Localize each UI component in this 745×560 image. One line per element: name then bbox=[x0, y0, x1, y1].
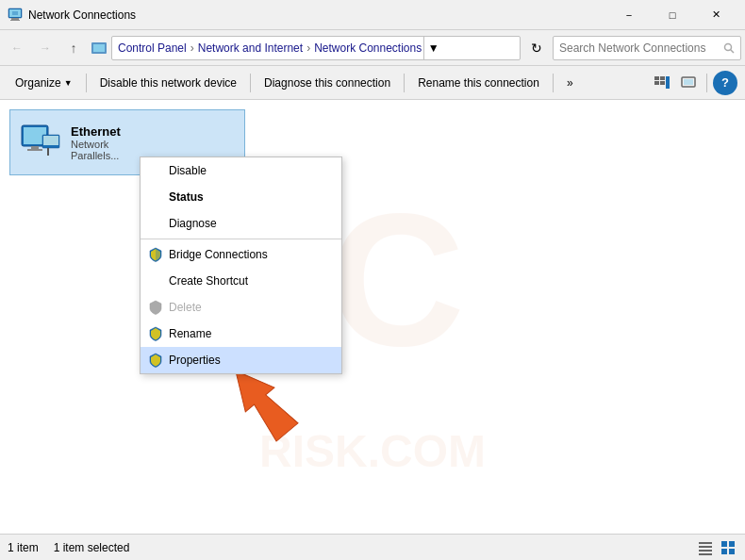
svg-rect-19 bbox=[31, 146, 39, 149]
address-bar: ← → ↑ Control Panel › Network and Intern… bbox=[0, 30, 745, 66]
shield-icon-properties bbox=[148, 353, 163, 368]
svg-rect-30 bbox=[729, 541, 735, 547]
svg-rect-20 bbox=[27, 149, 42, 151]
close-button[interactable]: ✕ bbox=[694, 0, 737, 30]
svg-rect-28 bbox=[699, 553, 712, 555]
shield-icon-bridge bbox=[148, 247, 163, 262]
list-view-icon bbox=[698, 540, 713, 555]
network-name: Ethernet bbox=[71, 124, 121, 139]
svg-rect-32 bbox=[729, 549, 735, 554]
ctx-properties[interactable]: Properties bbox=[141, 347, 341, 373]
svg-rect-2 bbox=[10, 20, 20, 21]
toolbar-separator-5 bbox=[706, 74, 707, 92]
breadcrumb-network-connections[interactable]: Network Connections bbox=[314, 41, 422, 55]
main-content: PC RISK.COM Ethernet Network Parallels..… bbox=[0, 100, 745, 534]
context-menu: Disable Status Diagnose Bridge Connectio… bbox=[140, 156, 342, 374]
title-bar-title: Network Connections bbox=[28, 8, 607, 22]
svg-rect-29 bbox=[721, 541, 727, 547]
toolbar-separator-3 bbox=[404, 74, 405, 92]
svg-rect-6 bbox=[93, 44, 105, 52]
toolbar-separator-4 bbox=[553, 74, 554, 92]
title-bar: Network Connections − □ ✕ bbox=[0, 0, 745, 30]
details-view-button[interactable] bbox=[719, 538, 737, 557]
toolbar: Organize ▼ Disable this network device D… bbox=[0, 66, 745, 100]
svg-rect-13 bbox=[666, 76, 670, 89]
toolbar-separator-1 bbox=[86, 74, 87, 92]
ctx-status[interactable]: Status bbox=[141, 184, 341, 210]
network-type: Network bbox=[71, 139, 121, 150]
breadcrumb[interactable]: Control Panel › Network and Internet › N… bbox=[111, 36, 521, 60]
list-view-button[interactable] bbox=[696, 538, 715, 557]
status-bar-right bbox=[696, 538, 737, 557]
svg-rect-31 bbox=[721, 549, 727, 554]
show-preview-button[interactable] bbox=[676, 71, 701, 95]
search-icon bbox=[723, 42, 735, 54]
preview-icon bbox=[680, 75, 697, 91]
view-options-icon bbox=[654, 75, 670, 91]
breadcrumb-network-internet[interactable]: Network and Internet bbox=[198, 41, 303, 55]
selected-count: 1 item selected bbox=[54, 541, 130, 554]
svg-rect-25 bbox=[699, 542, 712, 544]
maximize-button[interactable]: □ bbox=[651, 0, 694, 30]
svg-point-7 bbox=[725, 43, 732, 50]
help-button[interactable]: ? bbox=[713, 71, 737, 95]
title-bar-icon bbox=[8, 8, 23, 23]
svg-rect-11 bbox=[654, 81, 659, 85]
back-button[interactable]: ← bbox=[4, 35, 30, 61]
network-info: Ethernet Network Parallels... bbox=[71, 124, 121, 161]
rename-button[interactable]: Rename this connection bbox=[410, 70, 547, 96]
diagnose-button[interactable]: Diagnose this connection bbox=[257, 70, 398, 96]
ctx-disable[interactable]: Disable bbox=[141, 157, 341, 184]
organize-button[interactable]: Organize ▼ bbox=[8, 70, 80, 96]
search-box[interactable] bbox=[553, 36, 741, 60]
view-options-button[interactable] bbox=[650, 71, 674, 95]
ethernet-icon bbox=[18, 120, 63, 165]
svg-rect-1 bbox=[11, 18, 19, 20]
svg-rect-12 bbox=[660, 81, 665, 85]
ctx-separator-1 bbox=[141, 239, 341, 239]
toolbar-view-buttons bbox=[650, 71, 701, 95]
breadcrumb-home-icon bbox=[91, 40, 108, 57]
network-subtype: Parallels... bbox=[71, 150, 121, 161]
more-button[interactable]: » bbox=[559, 70, 581, 96]
ctx-rename[interactable]: Rename bbox=[141, 321, 341, 347]
svg-rect-4 bbox=[12, 11, 18, 15]
shield-icon-rename bbox=[148, 326, 163, 341]
breadcrumb-control-panel[interactable]: Control Panel bbox=[118, 41, 187, 55]
search-input[interactable] bbox=[559, 41, 723, 55]
svg-rect-22 bbox=[43, 136, 58, 145]
svg-line-8 bbox=[731, 49, 735, 53]
details-view-icon bbox=[720, 540, 736, 555]
ctx-shortcut[interactable]: Create Shortcut bbox=[141, 268, 341, 294]
status-bar: 1 item 1 item selected bbox=[0, 534, 745, 560]
ctx-bridge[interactable]: Bridge Connections bbox=[141, 241, 341, 268]
disable-network-button[interactable]: Disable this network device bbox=[92, 70, 244, 96]
shield-icon-delete bbox=[148, 300, 163, 315]
ctx-diagnose[interactable]: Diagnose bbox=[141, 210, 341, 237]
title-bar-controls: − □ ✕ bbox=[607, 0, 737, 30]
svg-rect-26 bbox=[699, 546, 712, 548]
svg-rect-10 bbox=[660, 76, 665, 80]
svg-rect-15 bbox=[684, 79, 693, 85]
ctx-delete: Delete bbox=[141, 294, 341, 321]
forward-button[interactable]: → bbox=[32, 35, 58, 61]
up-button[interactable]: ↑ bbox=[60, 35, 87, 61]
toolbar-separator-2 bbox=[250, 74, 251, 92]
minimize-button[interactable]: − bbox=[607, 0, 651, 30]
svg-rect-27 bbox=[699, 550, 712, 552]
breadcrumb-dropdown-arrow[interactable]: ▼ bbox=[423, 36, 442, 60]
item-count: 1 item bbox=[8, 541, 39, 554]
refresh-button[interactable]: ↻ bbox=[524, 36, 549, 60]
svg-rect-9 bbox=[654, 76, 659, 80]
